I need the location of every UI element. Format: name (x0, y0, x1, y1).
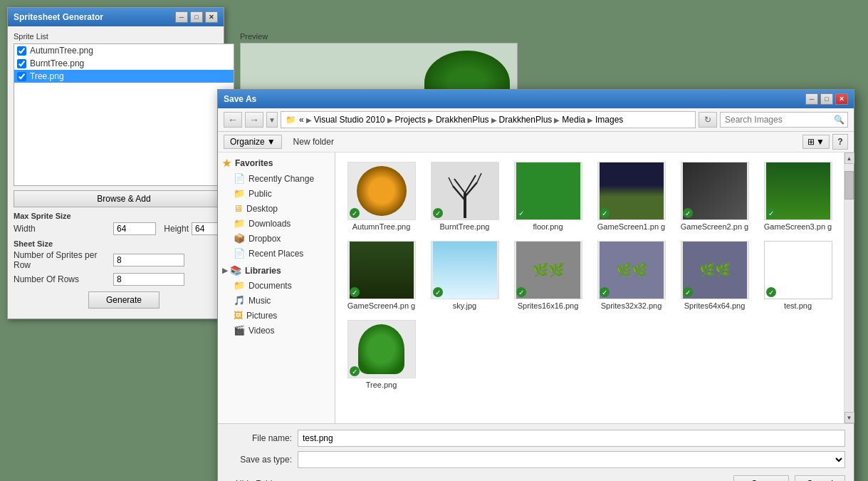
favorites-header: ★ Favorites (218, 155, 335, 171)
organize-button[interactable]: Organize ▼ (224, 135, 282, 149)
nav-label-pictures: Pictures (246, 311, 277, 321)
nav-music[interactable]: 🎵 Music (218, 293, 335, 308)
burnttree-svg (447, 165, 483, 218)
file-item-gamescreen1[interactable]: ✓ GameScreen1.pn g (591, 158, 671, 234)
files-grid: ✓ AutumnTree.png (338, 155, 841, 395)
breadcrumb-drakkhenplus2[interactable]: DrakkhenPlus (499, 115, 553, 125)
breadcrumb-media[interactable]: Media (562, 115, 585, 125)
sprite-item-0[interactable]: AutumnTree.png (14, 44, 234, 57)
save-button[interactable]: Save (733, 475, 788, 481)
recent-locations-button[interactable]: ▼ (266, 112, 278, 128)
check-badge-sprites32: ✓ (600, 287, 610, 297)
file-thumb-sky: ✓ (431, 241, 499, 299)
savetype-select[interactable] (298, 451, 845, 468)
dialog-minimize-button[interactable]: ─ (805, 93, 818, 105)
dialog-titlebar: Save As ─ □ ✕ (218, 90, 854, 108)
favorites-label: Favorites (235, 158, 273, 168)
nav-documents[interactable]: 📁 Documents (218, 278, 335, 293)
sprite-name-2: Tree.png (30, 71, 64, 81)
folder-icon-music: 🎵 (234, 295, 245, 306)
file-item-gamescreen4[interactable]: ✓ GameScreen4.pn g (341, 237, 422, 314)
back-button[interactable]: ← (224, 112, 242, 128)
check-badge-autumntree: ✓ (350, 208, 360, 218)
cancel-button[interactable]: Cancel (795, 475, 845, 481)
dialog-bottom: File name: Save as type: ◀ Hide Folders … (218, 423, 854, 481)
max-sprite-size-label: Max Sprite Size (14, 212, 234, 220)
nav-downloads[interactable]: 📁 Downloads (218, 216, 335, 231)
refresh-button[interactable]: ↻ (699, 112, 717, 128)
generate-button[interactable]: Generate (88, 291, 160, 309)
scroll-up-arrow[interactable]: ▲ (845, 152, 854, 164)
breadcrumb-projects[interactable]: Projects (395, 115, 426, 125)
view-icon: ⊞ (807, 137, 815, 147)
file-item-sky[interactable]: ✓ sky.jpg (424, 237, 505, 314)
nav-recent-places[interactable]: 📄 Recent Places (218, 246, 335, 261)
file-item-gamescreen2[interactable]: ✓ GameScreen2.pn g (674, 158, 755, 234)
dialog-close-button[interactable]: ✕ (835, 93, 848, 105)
help-button[interactable]: ? (832, 134, 848, 150)
sprite-checkbox-0[interactable] (17, 46, 26, 56)
file-thumb-autumntree: ✓ (347, 162, 416, 220)
file-thumb-burnttree: ✓ (431, 162, 499, 220)
scroll-thumb[interactable] (845, 171, 854, 200)
sprites-per-row-input[interactable] (113, 254, 184, 267)
breadcrumb-images[interactable]: Images (595, 115, 623, 125)
height-label: Height (156, 224, 192, 234)
file-item-burnttree[interactable]: ✓ BurntTree.png (424, 158, 505, 234)
sprite-checkbox-1[interactable] (17, 59, 26, 68)
file-name-burnttree: BurntTree.png (440, 222, 490, 231)
breadcrumb-vs2010[interactable]: Visual Studio 2010 (314, 115, 385, 125)
check-badge-gs1: ✓ (600, 208, 610, 218)
view-button[interactable]: ⊞ ▼ (802, 135, 830, 149)
breadcrumb-drakkhenplus1[interactable]: DrakkhenPlus (436, 115, 489, 125)
nav-desktop[interactable]: 🖥 Desktop (218, 201, 335, 216)
num-rows-input[interactable] (113, 273, 184, 286)
file-name-test: test.png (784, 301, 812, 310)
dialog-content: ★ Favorites 📄 Recently Change 📁 Public 🖥… (218, 152, 854, 423)
nav-dropbox[interactable]: 📦 Dropbox (218, 231, 335, 246)
browse-add-button[interactable]: Browse & Add (14, 190, 234, 207)
sprite-item-2[interactable]: Tree.png (14, 70, 234, 83)
nav-label-music: Music (249, 296, 271, 306)
new-folder-button[interactable]: New folder (288, 135, 340, 148)
check-badge-gs2: ✓ (683, 208, 693, 218)
nav-pictures[interactable]: 🖼 Pictures (218, 308, 335, 323)
sprite-item-1[interactable]: BurntTree.png (14, 57, 234, 70)
nav-label-downloads: Downloads (249, 219, 291, 229)
dialog-maximize-button[interactable]: □ (820, 93, 833, 105)
width-input[interactable] (113, 222, 156, 235)
nav-videos[interactable]: 🎬 Videos (218, 323, 335, 338)
libraries-triangle-icon: ▶ (222, 267, 228, 274)
file-thumb-sprites16: 🌿🌿 ✓ (514, 241, 582, 299)
search-input[interactable] (720, 112, 848, 128)
sg-close-button[interactable]: ✕ (205, 11, 218, 23)
svg-line-5 (449, 177, 453, 186)
file-name-sprites16: Sprites16x16.png (518, 301, 579, 310)
sg-maximize-button[interactable]: □ (190, 11, 203, 23)
breadcrumb-bar[interactable]: 📁 « ▶ Visual Studio 2010 ▶ Projects ▶ Dr… (281, 111, 696, 128)
file-item-gamescreen3[interactable]: ✓ GameScreen3.pn g (758, 158, 838, 234)
file-item-floor[interactable]: ✓ floor.png (508, 158, 588, 234)
files-scrollbar[interactable]: ▲ ▼ (844, 152, 854, 423)
dialog-toolbar: ← → ▼ 📁 « ▶ Visual Studio 2010 ▶ Project… (218, 108, 854, 132)
file-item-tree[interactable]: ✓ Tree.png (341, 316, 422, 393)
file-item-autumntree[interactable]: ✓ AutumnTree.png (341, 158, 422, 234)
check-badge-gs4: ✓ (350, 287, 360, 297)
file-thumb-gs2: ✓ (681, 162, 749, 220)
nav-recently-changed[interactable]: 📄 Recently Change (218, 171, 335, 186)
folder-icon-dropbox: 📦 (234, 233, 245, 244)
filename-input[interactable] (298, 430, 845, 447)
sprite-checkbox-2[interactable] (17, 72, 26, 81)
file-item-sprites64[interactable]: 🌿🌿 ✓ Sprites64x64.png (674, 237, 755, 314)
nav-public[interactable]: 📁 Public (218, 186, 335, 201)
file-item-sprites16[interactable]: 🌿🌿 ✓ Sprites16x16.png (508, 237, 588, 314)
file-item-sprites32[interactable]: 🌿🌿 ✓ Sprites32x32.png (591, 237, 671, 314)
file-item-test[interactable]: ✓ test.png (758, 237, 838, 314)
sg-minimize-button[interactable]: ─ (175, 11, 188, 23)
check-badge-sprites16: ✓ (516, 287, 526, 297)
nav-label-recently: Recently Change (249, 174, 314, 184)
sprite-name-0: AutumnTree.png (30, 46, 93, 56)
forward-button[interactable]: → (245, 112, 263, 128)
left-panel: ★ Favorites 📄 Recently Change 📁 Public 🖥… (218, 152, 335, 423)
scroll-down-arrow[interactable]: ▼ (845, 412, 854, 423)
